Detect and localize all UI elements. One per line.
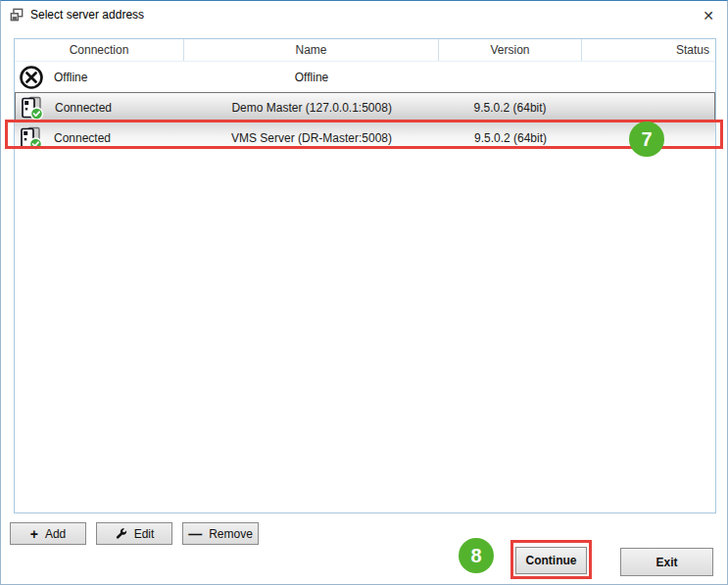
list-header: Connection Name Version Status — [15, 39, 715, 62]
select-server-dialog: Select server address ✕ Connection Name … — [0, 0, 728, 585]
wrench-icon — [115, 527, 127, 540]
continue-button[interactable]: Continue — [515, 547, 587, 574]
exit-button[interactable]: Exit — [620, 548, 713, 576]
connection-cell: Offline — [15, 62, 184, 92]
connection-status-text: Connected — [54, 131, 111, 145]
server-version-cell: 9.5.0.2 (64bit) — [439, 122, 582, 153]
server-row-vms-server[interactable]: Connected VMS Server (DR-Master:5008) 9.… — [15, 122, 715, 153]
connection-status-text: Connected — [55, 101, 112, 115]
app-window-icon — [10, 8, 24, 22]
edit-button-label: Edit — [134, 527, 155, 541]
edit-button[interactable]: Edit — [96, 522, 172, 545]
connection-status-text: Offline — [54, 71, 87, 84]
close-icon[interactable]: ✕ — [699, 6, 718, 25]
server-name-cell: Offline — [184, 62, 439, 92]
annotation-step-badge-8: 8 — [459, 538, 494, 573]
server-list: Connection Name Version Status Offline O… — [14, 38, 716, 513]
server-name-cell: Demo Master (127.0.0.1:5008) — [185, 93, 439, 122]
server-row-offline[interactable]: Offline Offline — [15, 62, 715, 92]
server-version-cell: 9.5.0.2 (64bit) — [439, 93, 582, 122]
title-bar: Select server address ✕ — [1, 1, 727, 28]
connection-cell: Connected — [16, 93, 185, 122]
server-connected-icon — [19, 125, 44, 151]
server-status-cell — [581, 93, 714, 122]
server-name-cell: VMS Server (DR-Master:5008) — [184, 122, 439, 153]
column-header-status[interactable]: Status — [582, 39, 715, 61]
server-version-cell — [439, 62, 582, 92]
remove-button-label: Remove — [209, 527, 253, 541]
column-header-name[interactable]: Name — [184, 39, 439, 61]
add-button[interactable]: + Add — [10, 522, 86, 545]
column-header-version[interactable]: Version — [439, 39, 582, 61]
minus-icon: — — [188, 527, 202, 541]
server-status-cell — [582, 62, 715, 92]
connection-cell: Connected — [15, 122, 184, 153]
add-button-label: Add — [45, 527, 66, 541]
remove-button[interactable]: — Remove — [182, 522, 259, 545]
server-status-cell — [582, 122, 715, 153]
offline-icon — [19, 65, 44, 90]
plus-icon: + — [30, 527, 38, 541]
server-connected-icon — [20, 95, 45, 121]
window-title: Select server address — [30, 8, 144, 22]
server-row-demo-master[interactable]: Connected Demo Master (127.0.0.1:5008) 9… — [15, 92, 715, 122]
column-header-connection[interactable]: Connection — [15, 39, 184, 61]
